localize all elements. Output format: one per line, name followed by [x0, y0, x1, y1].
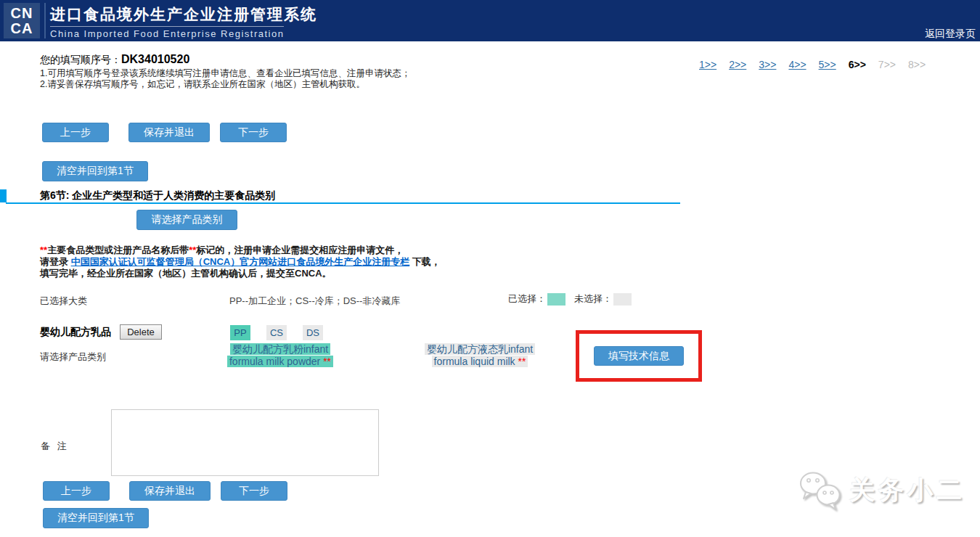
wechat-icon: [797, 469, 844, 511]
notice-line2-post: 下载，: [409, 256, 441, 267]
product-2-name-line2-text: formula liquid milk: [434, 356, 515, 367]
notice-line-2: 请登录 中国国家认证认可监督管理局（CNCA）官方网站进口食品境外生产企业注册专…: [40, 256, 441, 268]
clear-return-button-top[interactable]: 清空并回到第1节: [42, 161, 148, 181]
selected-swatch-label: 已选择：: [508, 292, 546, 306]
sequence-label: 您的填写顺序号：: [40, 54, 121, 65]
section-underline: [6, 202, 680, 204]
step-8: 8>>: [908, 59, 926, 70]
product-1-line-2: formula milk powder **: [216, 356, 345, 368]
back-to-login-link[interactable]: 返回登录页: [925, 28, 976, 41]
step-6-current: 6>>: [849, 59, 866, 70]
category-name: 婴幼儿配方乳品: [40, 326, 111, 339]
product-1-name-line2: formula milk powder **: [227, 356, 333, 367]
watermark: 关务小二: [797, 469, 965, 511]
step-7: 7>>: [878, 59, 896, 70]
app-header: CN CA 进口食品境外生产企业注册管理系统 China Imported Fo…: [0, 0, 980, 41]
notice-line1-text-a: 主要食品类型或注册产品名称后带: [47, 245, 189, 255]
notice-block: **主要食品类型或注册产品名称后带**标记的，注册申请企业需提交相应注册申请文件…: [40, 245, 441, 279]
product-2-star: **: [518, 356, 526, 367]
fill-technical-info-button[interactable]: 填写技术信息: [594, 346, 684, 366]
unselected-color-swatch: [613, 293, 632, 306]
cnca-logo-line2: CA: [4, 21, 40, 36]
sequence-line: 您的填写顺序号：DK34010520: [40, 53, 189, 67]
next-step-button-bottom[interactable]: 下一步: [221, 481, 287, 501]
watermark-text: 关务小二: [849, 473, 965, 507]
sequence-number: DK34010520: [121, 53, 189, 65]
step-3[interactable]: 3>>: [759, 59, 776, 70]
step-4[interactable]: 4>>: [788, 59, 806, 70]
title-underline: [50, 26, 284, 27]
selected-color-swatch: [547, 293, 565, 306]
selected-category-label: 已选择大类: [40, 295, 87, 308]
legend-swatches: 已选择： 未选择：: [508, 292, 640, 306]
app-title-zh: 进口食品境外生产企业注册管理系统: [50, 4, 317, 25]
notice-line-1: **主要食品类型或注册产品名称后带**标记的，注册申请企业需提交相应注册申请文件…: [40, 245, 441, 256]
remark-label: 备 注: [41, 440, 69, 453]
product-1-name-line1: 婴幼儿配方乳粉infant: [230, 343, 330, 355]
select-product-category-button[interactable]: 请选择产品类别: [136, 210, 237, 230]
product-2-name-line1: 婴幼儿配方液态乳infant: [425, 343, 535, 355]
notice-line1-text-b: 标记的，注册申请企业需提交相应注册申请文件，: [196, 245, 404, 255]
facility-type-legend: PP--加工企业；CS--冷库；DS--非冷藏库: [229, 295, 400, 308]
clear-return-button-bottom[interactable]: 清空并回到第1节: [43, 508, 149, 528]
select-product-label: 请选择产品类别: [40, 351, 106, 364]
step-5[interactable]: 5>>: [819, 59, 836, 70]
product-infant-formula-liquid-milk[interactable]: 婴幼儿配方液态乳infant formula liquid milk **: [412, 343, 547, 367]
prev-step-button-bottom[interactable]: 上一步: [43, 481, 110, 501]
app-title-en: China Imported Food Enterprise Registrat…: [50, 28, 284, 39]
delete-category-button[interactable]: Delete: [120, 324, 162, 340]
prev-step-button-top[interactable]: 上一步: [42, 123, 109, 142]
unselected-swatch-label: 未选择：: [574, 292, 612, 306]
cnca-logo: CN CA: [4, 3, 40, 38]
cnca-logo-line1: CN: [4, 6, 40, 21]
header-divider: [44, 3, 46, 38]
section-marker: [0, 189, 7, 202]
product-1-star: **: [323, 356, 331, 367]
step-nav: 1>> 2>> 3>> 4>> 5>> 6>> 7>> 8>>: [699, 59, 926, 70]
product-2-line-2: formula liquid milk **: [412, 356, 547, 368]
product-2-line-1: 婴幼儿配方液态乳infant: [412, 343, 547, 356]
product-1-line-1: 婴幼儿配方乳粉infant: [216, 343, 345, 356]
next-step-button-top[interactable]: 下一步: [220, 123, 287, 142]
notice-star-1: **: [40, 245, 47, 255]
save-exit-button-top[interactable]: 保存并退出: [128, 123, 210, 142]
remark-textarea[interactable]: [111, 409, 379, 476]
tag-pp[interactable]: PP: [230, 325, 250, 340]
section-title: 第6节: 企业生产类型和适于人类消费的主要食品类别: [40, 189, 275, 202]
step-1[interactable]: 1>>: [699, 59, 716, 70]
red-highlight-frame: 填写技术信息: [576, 330, 702, 382]
tag-ds[interactable]: DS: [303, 325, 323, 340]
step-2[interactable]: 2>>: [729, 59, 746, 70]
cnca-website-link[interactable]: 中国国家认证认可监督管理局（CNCA）官方网站进口食品境外生产企业注册专栏: [71, 256, 410, 267]
save-exit-button-bottom[interactable]: 保存并退出: [129, 481, 211, 501]
notice-line2-pre: 请登录: [40, 256, 71, 267]
product-infant-formula-milk-powder[interactable]: 婴幼儿配方乳粉infant formula milk powder **: [216, 343, 345, 367]
product-1-name-line2-text: formula milk powder: [229, 356, 320, 367]
notice-line-3: 填写完毕，经企业所在国家（地区）主管机构确认后，提交至CNCA。: [40, 268, 441, 279]
product-2-name-line2: formula liquid milk **: [432, 356, 528, 367]
tag-cs[interactable]: CS: [266, 325, 287, 340]
sequence-note-2: 2.请妥善保存填写顺序号，如忘记，请联系企业所在国家（地区）主管机构获取。: [40, 78, 365, 91]
notice-star-2: **: [189, 245, 196, 255]
